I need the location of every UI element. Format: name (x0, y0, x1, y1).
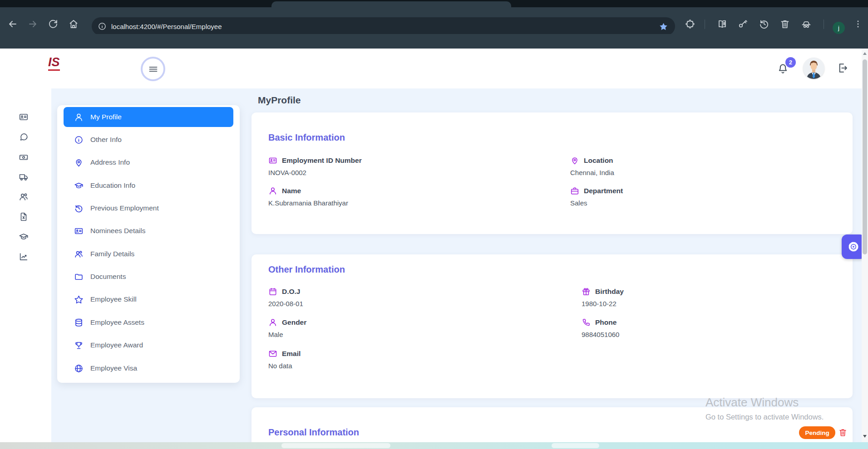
field-label: Department (584, 187, 623, 195)
menu-item-address-info[interactable]: Address Info (64, 152, 233, 172)
other-information-card: Other Information D.O.J 2020-08-01 Birth… (252, 254, 853, 398)
field-value: INOVA-0002 (268, 169, 362, 176)
field-doj: D.O.J 2020-08-01 (268, 287, 303, 307)
user-icon (268, 186, 277, 195)
users-icon (74, 249, 84, 259)
field-label: D.O.J (282, 288, 300, 296)
delete-icon[interactable] (838, 428, 848, 437)
app-logo[interactable]: IS (48, 55, 60, 71)
menu-item-documents[interactable]: Documents (64, 267, 233, 287)
field-department: Department Sales (570, 186, 623, 207)
scroll-up-arrow[interactable] (863, 52, 867, 55)
menu-item-label: My Profile (90, 113, 122, 121)
menu-item-employee-assets[interactable]: Employee Assets (64, 312, 233, 332)
address-bar[interactable]: localhost:4200/#/Personal/Employee (92, 17, 675, 35)
field-value: No data (268, 362, 301, 370)
menu-item-label: Address Info (90, 158, 130, 166)
rail-reports-icon[interactable] (19, 252, 29, 262)
reading-list-icon[interactable] (717, 19, 728, 29)
site-info-icon[interactable] (98, 22, 107, 31)
field-label: Phone (595, 318, 616, 327)
gift-icon (582, 287, 591, 296)
field-gender: Gender Male (268, 318, 306, 338)
menu-item-employee-skill[interactable]: Employee Skill (64, 289, 233, 309)
browser-tab[interactable] (271, 1, 511, 7)
id-card-icon (74, 226, 84, 236)
sidebar-toggle-button[interactable] (141, 57, 165, 81)
logout-icon[interactable] (836, 62, 848, 74)
field-value: 9884051060 (582, 331, 619, 338)
user-avatar[interactable] (803, 58, 824, 79)
field-value: Sales (570, 199, 623, 207)
mail-icon (268, 349, 277, 358)
history-icon (74, 204, 84, 213)
field-birthday: Birthday 1980-10-22 (582, 287, 624, 307)
forward-icon[interactable] (27, 19, 38, 29)
menu-item-family-details[interactable]: Family Details (64, 244, 233, 264)
browser-profile-avatar[interactable]: j (833, 22, 845, 34)
history-icon[interactable] (759, 19, 769, 29)
rail-education-icon[interactable] (19, 232, 29, 242)
rail-id-card-icon[interactable] (19, 112, 29, 122)
section-title: Other Information (268, 264, 345, 275)
scroll-down-arrow[interactable] (863, 435, 867, 438)
rail-payroll-icon[interactable] (19, 152, 29, 162)
section-title: Personal Information (268, 427, 359, 438)
app-header (0, 49, 868, 88)
activate-windows-watermark: Activate Windows (705, 395, 799, 410)
url-text[interactable]: localhost:4200/#/Personal/Employee (111, 23, 659, 30)
delete-browsing-icon[interactable] (779, 19, 790, 29)
back-icon[interactable] (7, 19, 18, 29)
rail-team-icon[interactable] (19, 192, 29, 202)
passwords-key-icon[interactable] (738, 19, 749, 29)
browser-toolbar: localhost:4200/#/Personal/Employee j (0, 7, 868, 34)
menu-item-education-info[interactable]: Education Info (64, 176, 233, 195)
toolbar-divider (705, 20, 705, 29)
database-icon (74, 318, 84, 327)
field-location: Location Chennai, India (570, 156, 614, 176)
home-icon[interactable] (68, 19, 79, 29)
info-icon (74, 135, 84, 145)
field-value: 1980-10-22 (582, 300, 624, 307)
menu-item-label: Documents (90, 273, 126, 281)
screen: localhost:4200/#/Personal/Employee j All… (0, 0, 868, 449)
menu-item-previous-employment[interactable]: Previous Employment (64, 198, 233, 218)
field-name: Name K.Subramania Bharathiyar (268, 186, 348, 207)
extensions-icon[interactable] (685, 19, 695, 29)
taskbar-highlight (281, 443, 390, 448)
briefcase-icon (570, 186, 579, 195)
menu-item-other-info[interactable]: Other Info (64, 130, 233, 150)
bookmark-star-icon[interactable] (659, 22, 668, 31)
field-email: Email No data (268, 349, 301, 370)
field-label: Location (584, 156, 613, 165)
menu-item-employee-visa[interactable]: Employee Visa (64, 358, 233, 378)
field-value: K.Subramania Bharathiyar (268, 199, 348, 207)
map-pin-icon (570, 156, 579, 165)
rail-truck-icon[interactable] (19, 172, 29, 182)
incognito-icon[interactable] (801, 19, 812, 29)
rail-spreadsheet-icon[interactable] (19, 212, 29, 222)
field-label: Name (282, 187, 301, 195)
field-employment-id: Employment ID Number INOVA-0002 (268, 156, 362, 176)
menu-item-my-profile[interactable]: My Profile (64, 107, 233, 127)
vertical-scrollbar[interactable] (862, 49, 868, 442)
menu-item-nominees-details[interactable]: Nominees Details (64, 221, 233, 241)
id-card-icon (268, 156, 277, 165)
trophy-icon (74, 341, 84, 350)
menu-item-label: Employee Visa (90, 364, 137, 372)
star-icon (74, 295, 84, 304)
rail-chat-icon[interactable] (19, 132, 29, 142)
menu-item-employee-award[interactable]: Employee Award (64, 335, 233, 355)
menu-item-label: Employee Skill (90, 295, 137, 303)
menu-kebab-icon[interactable] (853, 19, 863, 29)
profile-menu: My Profile Other Info Address Info Educa… (57, 105, 240, 383)
map-pin-icon (74, 158, 84, 167)
field-label: Birthday (595, 288, 624, 296)
menu-item-label: Nominees Details (90, 227, 145, 235)
basic-information-card: Basic Information Employment ID Number I… (252, 112, 853, 234)
scrollbar-thumb[interactable] (863, 59, 867, 254)
page-title: MyProfile (258, 95, 301, 106)
refresh-icon[interactable] (48, 19, 59, 29)
avatar-image (803, 58, 824, 79)
window-frame (0, 0, 868, 7)
